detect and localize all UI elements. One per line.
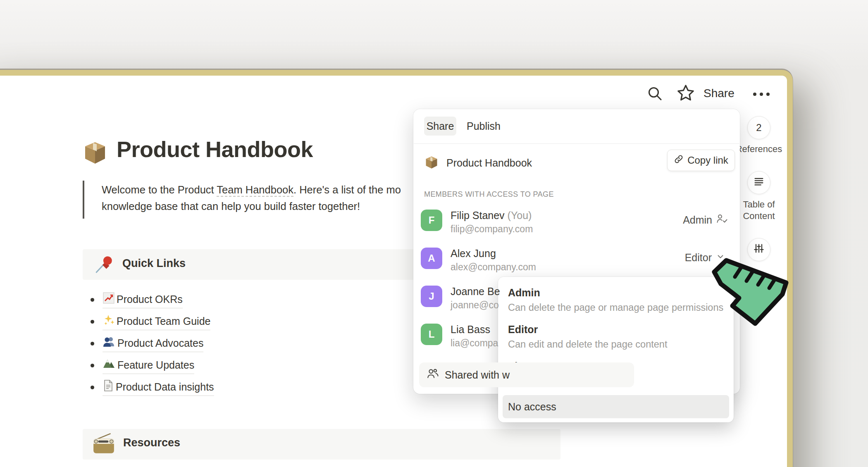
bullet-dot bbox=[91, 342, 94, 345]
shared-with-label: Shared with w bbox=[445, 369, 510, 381]
intro-line-2: knowledge base that can help you build f… bbox=[102, 200, 360, 212]
dialog-page-title: Product Handbook bbox=[446, 157, 532, 169]
share-button[interactable]: Share bbox=[703, 87, 734, 100]
list-item-product-okrs[interactable]: Product OKRs bbox=[103, 292, 183, 308]
radio-icon bbox=[92, 433, 116, 457]
star-icon[interactable] bbox=[676, 83, 695, 104]
section-title-resources: Resources bbox=[123, 436, 180, 449]
link-label[interactable]: Feature Updates bbox=[117, 359, 194, 371]
references-button[interactable]: 2 bbox=[747, 116, 770, 139]
avatar: L bbox=[421, 324, 442, 345]
link-label[interactable]: Product Team Guide bbox=[117, 315, 210, 327]
member-row-alex: A Alex Jung alex@company.com Editor bbox=[421, 247, 735, 272]
mountain-icon bbox=[103, 357, 116, 372]
role-label: Admin bbox=[683, 214, 712, 226]
member-email: joanne@co bbox=[451, 300, 499, 311]
busts-icon bbox=[103, 336, 116, 350]
tab-publish[interactable]: Publish bbox=[464, 117, 503, 136]
member-row-filip: F Filip Stanev (You) filip@company.com A… bbox=[421, 209, 735, 234]
bullet-dot bbox=[91, 364, 94, 367]
member-name: Alex Jung bbox=[451, 248, 496, 260]
avatar: J bbox=[421, 286, 442, 307]
page-icon bbox=[103, 379, 114, 394]
member-email: alex@company.com bbox=[451, 262, 536, 273]
avatar: A bbox=[421, 248, 442, 269]
list-item-product-advocates[interactable]: Product Advocates bbox=[103, 336, 203, 352]
bullet-dot bbox=[91, 320, 94, 324]
dialog-divider bbox=[414, 143, 739, 144]
quote-bar bbox=[83, 181, 84, 219]
members-heading: MEMBERS WITH ACCESS TO PAGE bbox=[424, 190, 554, 199]
pushpin-icon bbox=[93, 254, 114, 277]
list-item-product-team-guide[interactable]: Product Team Guide bbox=[103, 314, 210, 330]
intro-text: Welcome to the Product bbox=[102, 184, 217, 195]
references-count: 2 bbox=[756, 122, 761, 133]
intro-text-rest: . Here's a list of the mo bbox=[293, 184, 401, 195]
package-icon bbox=[424, 155, 439, 171]
intro-line-1: Welcome to the Product Team Handbook. He… bbox=[102, 184, 401, 196]
more-icon[interactable] bbox=[751, 88, 772, 102]
bullet-dot bbox=[91, 298, 94, 302]
link-label[interactable]: Product Advocates bbox=[117, 337, 203, 349]
people-icon bbox=[427, 368, 439, 381]
shared-with-button[interactable]: Shared with w bbox=[419, 362, 634, 387]
page-title: Product Handbook bbox=[117, 136, 313, 162]
role-selector-admin[interactable]: Admin bbox=[683, 214, 727, 226]
list-item-feature-updates[interactable]: Feature Updates bbox=[103, 357, 194, 374]
chart-increasing-icon bbox=[103, 292, 115, 307]
screen: Share Product Handbook Welcome to the Pr… bbox=[0, 0, 868, 467]
intro-page-link[interactable]: Team Handbook bbox=[217, 184, 293, 197]
member-name: Lia Bass bbox=[451, 324, 490, 336]
link-label[interactable]: Product OKRs bbox=[117, 293, 183, 305]
link-label[interactable]: Product Data insights bbox=[116, 381, 214, 393]
search-icon[interactable] bbox=[646, 85, 663, 103]
copy-link-label: Copy link bbox=[687, 155, 728, 166]
copy-link-button[interactable]: Copy link bbox=[667, 150, 735, 171]
justify-icon bbox=[753, 176, 765, 190]
person-check-icon bbox=[716, 214, 727, 226]
bullet-dot bbox=[91, 386, 94, 389]
hand-cursor bbox=[703, 253, 792, 331]
table-of-content-button[interactable] bbox=[747, 171, 770, 194]
member-row-joanne: J Joanne Be joanne@co bbox=[421, 285, 735, 310]
member-email: filip@company.com bbox=[451, 224, 533, 235]
tab-share[interactable]: Share bbox=[424, 117, 456, 136]
member-name: Joanne Be bbox=[451, 286, 500, 298]
member-you-suffix: (You) bbox=[505, 210, 532, 221]
member-row-lia: L Lia Bass lia@compa bbox=[421, 323, 735, 348]
link-icon bbox=[674, 154, 684, 167]
sparkles-icon bbox=[103, 314, 115, 329]
list-item-product-data-insights[interactable]: Product Data insights bbox=[103, 379, 214, 396]
member-name: Filip Stanev bbox=[451, 210, 505, 221]
section-title-quick-links: Quick Links bbox=[122, 257, 186, 270]
member-email: lia@compa bbox=[451, 338, 498, 349]
role-option-no-access[interactable]: No access bbox=[503, 395, 729, 418]
avatar: F bbox=[421, 210, 442, 231]
package-icon bbox=[82, 139, 108, 167]
